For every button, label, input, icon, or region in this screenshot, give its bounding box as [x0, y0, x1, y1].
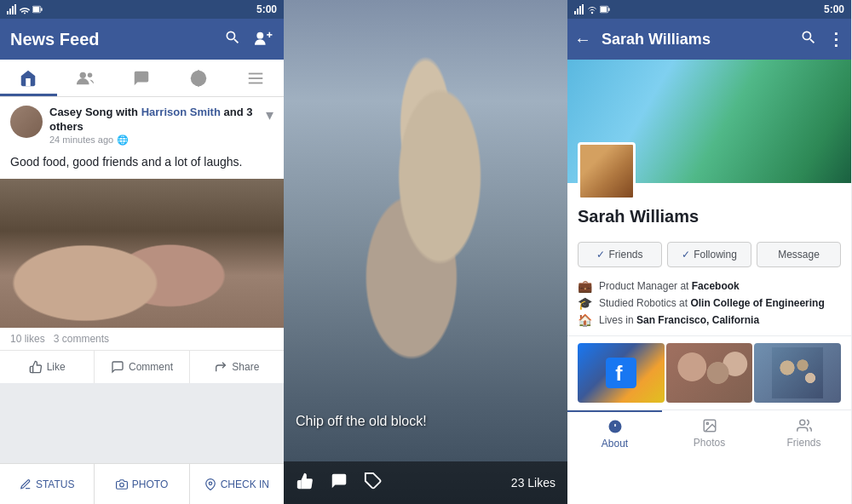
- profile-info-work: 💼 Product Manager at Facebook: [578, 279, 841, 293]
- photo-thumb-2[interactable]: [666, 343, 753, 403]
- photo-thumb-3[interactable]: [754, 343, 841, 403]
- menu-nav-icon: [246, 69, 265, 88]
- status-signal-icons-3: [574, 4, 610, 14]
- tab-home[interactable]: [0, 60, 57, 96]
- svg-rect-2: [12, 6, 14, 14]
- location-icon: [204, 478, 216, 490]
- header-icons-1: [224, 29, 273, 50]
- svg-point-16: [119, 483, 124, 487]
- tab-messages[interactable]: [113, 60, 170, 96]
- friends-icon: [797, 418, 812, 433]
- photo-comment-button[interactable]: [330, 472, 348, 494]
- signal-icon-3: [574, 4, 584, 14]
- post-author-avatar: [10, 106, 43, 138]
- svg-point-41: [706, 422, 708, 424]
- profile-avatar: [578, 142, 636, 200]
- svg-rect-33: [608, 8, 610, 11]
- status-signal-icons: [7, 4, 43, 14]
- profile-action-buttons: ✓ Friends ✓ Following Message: [578, 242, 841, 267]
- svg-rect-28: [577, 9, 579, 14]
- comment-icon-2: [330, 472, 348, 490]
- friends-nav-icon: [76, 69, 95, 88]
- share-button[interactable]: Share: [190, 351, 284, 383]
- svg-rect-34: [601, 7, 607, 12]
- photos-icon: [702, 418, 717, 433]
- like-button[interactable]: Like: [0, 351, 95, 383]
- friend-requests-icon[interactable]: [255, 29, 273, 50]
- svg-point-11: [88, 72, 93, 77]
- home-icon: 🏠: [578, 313, 592, 327]
- tab-photos[interactable]: Photos: [662, 410, 757, 456]
- signal-icon: [7, 4, 17, 14]
- photo-likes-count: 23 Likes: [511, 476, 556, 490]
- photo-caption: Chip off the old block!: [284, 407, 567, 436]
- photo-tag-button[interactable]: [364, 472, 383, 494]
- pencil-icon: [20, 478, 32, 490]
- tab-globe[interactable]: [170, 60, 227, 96]
- friends-button[interactable]: ✓ Friends: [578, 242, 662, 267]
- profile-avatar-wrapper: [578, 142, 636, 200]
- comment-button[interactable]: Comment: [95, 351, 189, 383]
- tab-friends[interactable]: Friends: [757, 410, 851, 456]
- battery-icon: [32, 4, 43, 14]
- battery-icon-3: [600, 4, 610, 14]
- news-feed-title: News Feed: [10, 30, 99, 49]
- photo-bottom-bar: 23 Likes: [284, 461, 567, 504]
- graduation-icon: 🎓: [578, 296, 592, 310]
- post-more-button[interactable]: ▾: [266, 106, 273, 124]
- comment-icon: [111, 360, 124, 374]
- svg-rect-27: [574, 11, 576, 14]
- camera-icon: [116, 478, 128, 490]
- tab-about[interactable]: About: [567, 410, 662, 456]
- fb-logo: f: [606, 358, 636, 388]
- post-text: Good food, good friends and a lot of lau…: [0, 151, 284, 180]
- nav-tabs: [0, 60, 284, 97]
- svg-rect-3: [14, 4, 16, 14]
- tab-menu[interactable]: [227, 60, 284, 96]
- profile-info: 💼 Product Manager at Facebook 🎓 Studied …: [567, 274, 851, 336]
- status-bar-3: 5:00: [567, 0, 851, 19]
- wifi-icon-3: [587, 4, 597, 14]
- back-button[interactable]: ←: [574, 30, 591, 49]
- post-actions: Like Comment Share: [0, 351, 284, 383]
- wifi-icon: [20, 4, 30, 14]
- profile-search-icon[interactable]: [800, 29, 817, 49]
- profile-header-title: Sarah Williams: [602, 31, 793, 49]
- search-icon[interactable]: [224, 29, 241, 50]
- profile-header-icons: ⋮: [800, 29, 844, 49]
- profile-header: ← Sarah Williams ⋮: [567, 19, 851, 60]
- panel-profile: 5:00 ← Sarah Williams ⋮ Sarah Williams ✓…: [567, 0, 851, 504]
- profile-photos-row: f: [567, 336, 851, 403]
- globe-nav-icon: [189, 69, 208, 88]
- profile-name: Sarah Williams: [578, 207, 841, 226]
- svg-rect-30: [582, 4, 584, 14]
- like-icon: [29, 360, 43, 374]
- about-icon: [607, 419, 623, 434]
- home-nav-icon: [19, 69, 37, 88]
- profile-more-icon[interactable]: ⋮: [827, 29, 844, 49]
- svg-point-17: [209, 482, 212, 485]
- profile-cover-photo: [567, 60, 851, 183]
- tab-photos-label: Photos: [694, 437, 725, 449]
- post-timestamp: 24 minutes ago 🌐: [49, 135, 266, 146]
- messages-nav-icon: [132, 69, 151, 88]
- svg-rect-0: [7, 11, 9, 14]
- bottom-bar: STATUS PHOTO CHECK IN: [0, 463, 284, 504]
- checkin-action[interactable]: CHECK IN: [190, 464, 284, 504]
- panel-photo-post: 5:00 Chip off the old block! 23 Likes: [284, 0, 567, 504]
- status-action[interactable]: STATUS: [0, 464, 95, 504]
- svg-point-7: [256, 32, 263, 38]
- svg-point-42: [799, 420, 804, 425]
- photo-like-button[interactable]: [296, 472, 314, 494]
- svg-rect-5: [41, 8, 43, 11]
- following-button[interactable]: ✓ Following: [667, 242, 751, 267]
- post-header: Casey Song with Harrison Smith and 3 oth…: [0, 97, 284, 151]
- photo-thumb-1[interactable]: f: [578, 343, 665, 403]
- tab-friends[interactable]: [57, 60, 114, 96]
- post-image-sim: [0, 179, 284, 328]
- time-display-1: 5:00: [256, 3, 277, 15]
- photo-action[interactable]: PHOTO: [95, 464, 189, 504]
- time-display-3: 5:00: [824, 3, 844, 15]
- svg-point-10: [79, 72, 85, 77]
- message-button[interactable]: Message: [757, 242, 841, 267]
